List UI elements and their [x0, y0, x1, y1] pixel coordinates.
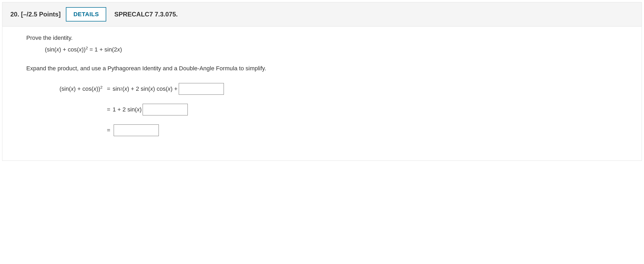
superscript-2: 2: [100, 85, 103, 89]
identity-part: ): [120, 46, 122, 53]
identity-part: (sin(: [45, 46, 56, 53]
row1-lhs: (sin(x) + cos(x))2: [49, 85, 105, 92]
var-x: x: [93, 85, 96, 92]
rhs-part: ) + 2 sin(: [127, 85, 150, 92]
var-x: x: [79, 46, 82, 53]
answer-input-3[interactable]: [114, 124, 159, 136]
rhs-part: (: [122, 85, 124, 92]
var-x: x: [56, 46, 59, 53]
rhs-part: ) cos(: [153, 85, 168, 92]
row3-rhs: [113, 124, 159, 136]
work-row-3: =: [49, 124, 618, 137]
question-body: Prove the identity. (sin(x) + cos(x))2 =…: [2, 27, 642, 161]
var-x: x: [150, 85, 153, 92]
equals-sign: =: [105, 85, 113, 92]
identity-part: )): [82, 46, 86, 53]
equals-sign: =: [105, 127, 113, 134]
question-header: 20. [–/2.5 Points] DETAILS SPRECALC7 7.3…: [2, 2, 642, 27]
equals-sign: =: [105, 106, 113, 113]
lhs-part: )): [96, 85, 100, 92]
identity-part: ) + cos(: [59, 46, 79, 53]
identity-equation: (sin(x) + cos(x))2 = 1 + sin(2x): [45, 46, 618, 53]
var-x: x: [71, 85, 74, 92]
details-button[interactable]: DETAILS: [66, 7, 106, 21]
var-x: x: [168, 85, 170, 92]
work-row-2: = 1 + 2 sin(x): [49, 103, 618, 116]
var-x: x: [137, 106, 140, 113]
superscript-2: 2: [86, 46, 88, 50]
answer-input-2[interactable]: [143, 104, 188, 115]
work-row-1: (sin(x) + cos(x))2 = sin2(x) + 2 sin(x) …: [49, 83, 618, 95]
rhs-part: ): [140, 106, 142, 113]
question-reference: SPRECALC7 7.3.075.: [114, 11, 178, 18]
instructions-text: Expand the product, and use a Pythagorea…: [26, 65, 618, 72]
identity-part: = 1 + sin(2: [88, 46, 117, 53]
row2-rhs: 1 + 2 sin(x): [113, 104, 188, 115]
var-x: x: [117, 46, 120, 53]
lhs-part: ) + cos(: [74, 85, 93, 92]
row1-rhs: sin2(x) + 2 sin(x) cos(x) +: [113, 83, 224, 95]
var-x: x: [124, 85, 127, 92]
question-number-points: 20. [–/2.5 Points]: [10, 11, 61, 18]
question-container: 20. [–/2.5 Points] DETAILS SPRECALC7 7.3…: [2, 2, 642, 161]
rhs-part: sin: [113, 85, 120, 92]
rhs-part: 1 + 2 sin(: [113, 106, 137, 113]
rhs-part: ) +: [170, 85, 177, 92]
prompt-text: Prove the identity.: [26, 34, 618, 41]
work-area: (sin(x) + cos(x))2 = sin2(x) + 2 sin(x) …: [49, 83, 618, 137]
answer-input-1[interactable]: [179, 83, 224, 95]
lhs-part: (sin(: [59, 85, 71, 92]
